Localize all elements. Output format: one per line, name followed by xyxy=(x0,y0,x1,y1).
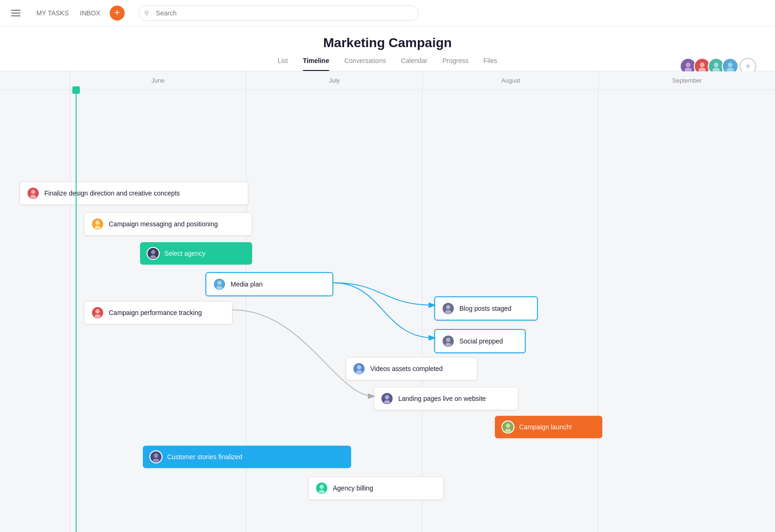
svg-point-27 xyxy=(505,429,511,432)
svg-point-0 xyxy=(686,63,690,67)
today-dot xyxy=(72,86,80,94)
task-label-billing: Agency billing xyxy=(333,484,373,492)
task-label-stories: Customer stories finalized xyxy=(167,453,242,461)
svg-point-10 xyxy=(95,221,99,225)
svg-point-20 xyxy=(446,338,450,342)
task-label-messaging: Campaign messaging and positioning xyxy=(109,220,218,228)
avatar-video xyxy=(352,362,366,375)
task-social-prepped[interactable]: Social prepped xyxy=(434,329,526,353)
nav-links: MY TASKS INBOX xyxy=(36,9,100,17)
tab-calendar[interactable]: Calendar xyxy=(401,57,428,71)
svg-point-13 xyxy=(150,255,156,259)
task-label-launch: Campaign launch! xyxy=(519,423,572,431)
search-bar: ⚲ xyxy=(139,5,419,21)
top-nav: MY TASKS INBOX + ⚲ xyxy=(0,0,775,26)
task-label-landing: Landing pages live on website xyxy=(398,395,486,402)
task-customer-stories[interactable]: Customer stories finalized xyxy=(143,446,351,468)
svg-point-19 xyxy=(445,310,451,314)
svg-point-11 xyxy=(95,226,101,229)
svg-point-28 xyxy=(154,454,158,458)
tab-list[interactable]: List xyxy=(278,57,288,71)
svg-point-4 xyxy=(714,63,719,67)
task-campaign-launch[interactable]: Campaign launch! xyxy=(495,416,602,438)
task-blog-posts[interactable]: Blog posts staged xyxy=(434,296,538,321)
avatar-launch xyxy=(501,420,514,434)
month-july: July xyxy=(247,71,423,90)
project-title: Marketing Campaign xyxy=(0,35,775,50)
add-button[interactable]: + xyxy=(110,6,125,21)
avatar-social xyxy=(442,335,455,348)
month-headers: June July August September xyxy=(0,71,775,90)
task-label-media: Media plan xyxy=(231,280,263,288)
svg-point-2 xyxy=(700,63,705,67)
tab-progress[interactable]: Progress xyxy=(443,57,469,71)
task-label-social: Social prepped xyxy=(459,337,503,345)
avatar-agency xyxy=(147,247,160,260)
task-label-agency: Select agency xyxy=(164,250,205,257)
svg-point-15 xyxy=(217,286,223,289)
my-tasks-link[interactable]: MY TASKS xyxy=(36,9,69,17)
avatar-landing xyxy=(380,392,394,405)
tab-files[interactable]: Files xyxy=(484,57,498,71)
svg-point-6 xyxy=(728,63,733,67)
timeline-area: June July August September xyxy=(0,71,775,532)
svg-point-21 xyxy=(445,343,451,346)
search-icon: ⚲ xyxy=(144,9,149,17)
avatar-media xyxy=(213,278,226,291)
task-label-video: Videos assets completed xyxy=(370,365,443,372)
svg-point-31 xyxy=(319,490,325,493)
task-landing-pages[interactable]: Landing pages live on website xyxy=(373,387,518,410)
svg-point-24 xyxy=(385,395,389,399)
task-finalize-design[interactable]: Finalize design direction and creative c… xyxy=(20,182,248,205)
svg-point-14 xyxy=(217,281,221,285)
avatar-billing xyxy=(315,482,328,495)
task-campaign-tracking[interactable]: Campaign performance tracking xyxy=(84,301,232,324)
task-agency-billing[interactable]: Agency billing xyxy=(308,476,444,500)
avatar-messaging xyxy=(91,217,104,231)
svg-point-8 xyxy=(31,190,35,194)
svg-point-16 xyxy=(95,309,99,314)
today-marker xyxy=(76,90,77,532)
svg-point-30 xyxy=(319,485,324,489)
tab-conversations[interactable]: Conversations xyxy=(344,57,386,71)
svg-point-17 xyxy=(95,315,101,318)
svg-point-25 xyxy=(384,400,390,404)
task-label-blog: Blog posts staged xyxy=(459,305,511,312)
search-input[interactable] xyxy=(139,5,419,21)
task-media-plan[interactable]: Media plan xyxy=(205,272,333,296)
month-september: September xyxy=(599,71,775,90)
tab-timeline[interactable]: Timeline xyxy=(303,57,330,71)
month-june: June xyxy=(70,71,247,90)
vline-july-aug xyxy=(422,90,423,532)
avatar-blog xyxy=(442,302,455,315)
svg-point-29 xyxy=(153,459,159,462)
task-video-assets[interactable]: Videos assets completed xyxy=(345,357,477,380)
timeline-body: Finalize design direction and creative c… xyxy=(0,90,775,532)
avatar-finalize xyxy=(27,187,40,200)
svg-point-26 xyxy=(506,424,510,428)
avatar-stories xyxy=(149,450,162,463)
project-header: Marketing Campaign + List Timeline Conve… xyxy=(0,26,775,71)
svg-point-22 xyxy=(357,365,361,370)
vline-start xyxy=(70,90,70,532)
project-tabs: List Timeline Conversations Calendar Pro… xyxy=(0,57,775,71)
month-august: August xyxy=(423,71,599,90)
svg-point-18 xyxy=(446,305,450,309)
task-label-finalize: Finalize design direction and creative c… xyxy=(44,189,180,197)
svg-point-12 xyxy=(151,250,155,254)
task-label-tracking: Campaign performance tracking xyxy=(109,309,202,316)
vline-aug-sep xyxy=(598,90,599,532)
svg-point-9 xyxy=(30,195,36,198)
task-select-agency[interactable]: Select agency xyxy=(140,242,252,265)
task-campaign-messaging[interactable]: Campaign messaging and positioning xyxy=(84,212,252,236)
svg-point-23 xyxy=(356,371,362,374)
menu-button[interactable] xyxy=(9,8,22,18)
inbox-link[interactable]: INBOX xyxy=(80,9,100,17)
avatar-tracking xyxy=(91,306,104,319)
